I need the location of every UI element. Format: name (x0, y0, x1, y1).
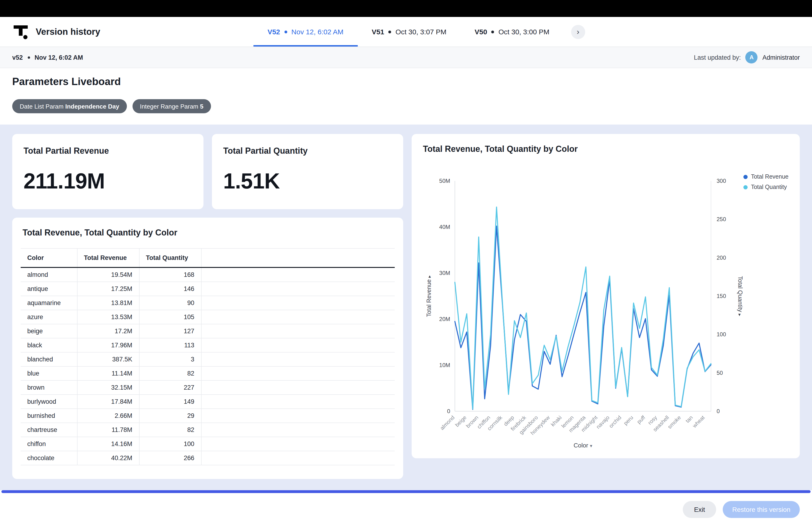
cell-color: chiffon (21, 437, 77, 451)
left-axis-tick-label: 0 (447, 408, 450, 414)
chevron-right-icon: › (577, 28, 579, 35)
x-axis-tick-label: peru (623, 414, 634, 426)
cell-total-quantity: 90 (139, 296, 201, 310)
legend-item[interactable]: Total Quantity (744, 184, 788, 190)
parameter-chips: Date List Param Independence DayInteger … (12, 99, 800, 113)
cell-color: aquamarine (21, 296, 77, 310)
right-axis-tick-label: 0 (717, 408, 720, 414)
cell-filler (201, 437, 395, 451)
cell-filler (201, 338, 395, 352)
cell-total-quantity: 82 (139, 423, 201, 437)
table-card: Total Revenue, Total Quantity by Color C… (12, 217, 403, 479)
cell-total-revenue: 13.81M (77, 296, 139, 310)
page-title: Version history (36, 27, 100, 37)
legend-item[interactable]: Total Revenue (744, 174, 788, 180)
total-quantity-line (455, 207, 711, 409)
cell-total-revenue: 2.66M (77, 409, 139, 423)
parameter-label: Integer Range Param (140, 103, 200, 110)
version-info-bar: v52 Nov 12, 6:02 AM Last updated by: A A… (0, 47, 812, 68)
cell-total-quantity: 100 (139, 437, 201, 451)
table-row: chiffon14.16M100 (21, 437, 395, 451)
cell-total-quantity: 149 (139, 394, 201, 409)
cell-color: chocolate (21, 451, 77, 465)
dot-separator (491, 30, 494, 33)
x-axis-tick-label: tan (685, 414, 694, 424)
revenue-quantity-table: ColorTotal RevenueTotal Quantity almond1… (21, 248, 395, 465)
table-row: beige17.2M127 (21, 324, 395, 338)
cell-total-revenue: 19.54M (77, 267, 139, 282)
right-axis-tick-label: 150 (717, 293, 726, 299)
last-updated-info: Last updated by: A Administrator (694, 51, 800, 63)
x-axis-tick-label: puff (636, 414, 647, 425)
parameter-value: Independence Day (65, 103, 119, 110)
cell-total-quantity: 29 (139, 409, 201, 423)
cell-filler (201, 310, 395, 324)
restore-version-button[interactable]: Restore this version (723, 501, 800, 518)
cell-total-revenue: 13.53M (77, 310, 139, 324)
exit-button[interactable]: Exit (683, 501, 716, 518)
version-timestamp: Oct 30, 3:00 PM (498, 28, 549, 36)
dot-separator (28, 56, 30, 59)
cell-total-revenue: 17.25M (77, 282, 139, 296)
version-tab-v50[interactable]: V50Oct 30, 3:00 PM (460, 17, 563, 46)
version-tabs: V52Nov 12, 6:02 AMV51Oct 30, 3:07 PMV50O… (254, 17, 564, 46)
x-axis-tick-label: almond (439, 414, 456, 431)
avatar: A (746, 51, 758, 63)
cell-color: blanched (21, 352, 77, 366)
app-window: Version history V52Nov 12, 6:02 AMV51Oct… (0, 0, 812, 525)
parameter-chip[interactable]: Date List Param Independence Day (12, 99, 127, 113)
version-tab-v51[interactable]: V51Oct 30, 3:07 PM (357, 17, 460, 46)
table-row: blanched387.5K3 (21, 352, 395, 366)
kpi-title: Total Partial Quantity (223, 146, 392, 156)
thoughtspot-logo-icon (12, 23, 29, 40)
table-row: antique17.25M146 (21, 282, 395, 296)
x-axis-tick-label: smoke (666, 414, 682, 430)
kpi-value: 211.19M (24, 168, 192, 194)
cell-color: beige (21, 324, 77, 338)
x-axis-dropdown[interactable]: Color ▾ (455, 442, 711, 449)
cell-color: azure (21, 310, 77, 324)
kpi-card-total-partial-quantity: Total Partial Quantity 1.51K (212, 134, 403, 209)
chart-plot-area: 010M20M30M40M50M050100150200250300almond… (455, 181, 711, 411)
next-versions-button[interactable]: › (571, 25, 585, 39)
chart-title: Total Revenue, Total Quantity by Color (423, 144, 578, 154)
left-column: Total Partial Revenue 211.19M Total Part… (12, 134, 403, 479)
table-card-title: Total Revenue, Total Quantity by Color (21, 228, 395, 238)
axis-arrow-icon: ▸ (737, 314, 742, 316)
table-column-header: Color (21, 249, 77, 267)
cell-total-quantity: 227 (139, 380, 201, 394)
legend-dot-icon (744, 175, 748, 179)
legend-label: Total Quantity (751, 184, 787, 190)
cell-total-revenue: 11.14M (77, 366, 139, 380)
table-row: brown32.15M227 (21, 380, 395, 394)
line-chart-svg: 010M20M30M40M50M050100150200250300almond… (455, 181, 711, 411)
cell-total-quantity: 146 (139, 282, 201, 296)
version-label: V50 (475, 28, 487, 36)
cell-total-quantity: 266 (139, 451, 201, 465)
cell-total-revenue: 32.15M (77, 380, 139, 394)
parameter-chip[interactable]: Integer Range Param 5 (132, 99, 211, 113)
cell-filler (201, 394, 395, 409)
table-row: burlywood17.84M149 (21, 394, 395, 409)
version-tab-v52[interactable]: V52Nov 12, 6:02 AM (254, 17, 357, 46)
table-row: almond19.54M168 (21, 267, 395, 282)
dot-separator (284, 30, 287, 33)
parameter-value: 5 (200, 103, 203, 110)
header-left: Version history (12, 23, 100, 40)
legend-dot-icon (744, 185, 748, 189)
cell-color: burlywood (21, 394, 77, 409)
liveboard-title: Parameters Liveboard (12, 76, 800, 88)
selected-version-info: v52 Nov 12, 6:02 AM (12, 54, 83, 61)
left-axis-title: Total Revenue ▸ (426, 249, 433, 343)
table-column-header: Total Quantity (139, 249, 201, 267)
kpi-row: Total Partial Revenue 211.19M Total Part… (12, 134, 403, 209)
horizontal-scrollbar[interactable] (1, 490, 811, 493)
cell-total-quantity: 127 (139, 324, 201, 338)
cell-filler (201, 409, 395, 423)
cell-color: black (21, 338, 77, 352)
version-tabs-wrap: V52Nov 12, 6:02 AMV51Oct 30, 3:07 PMV50O… (254, 17, 585, 46)
cell-total-revenue: 11.78M (77, 423, 139, 437)
left-axis-tick-label: 40M (439, 224, 450, 230)
kpi-card-total-partial-revenue: Total Partial Revenue 211.19M (12, 134, 203, 209)
cell-total-quantity: 113 (139, 338, 201, 352)
